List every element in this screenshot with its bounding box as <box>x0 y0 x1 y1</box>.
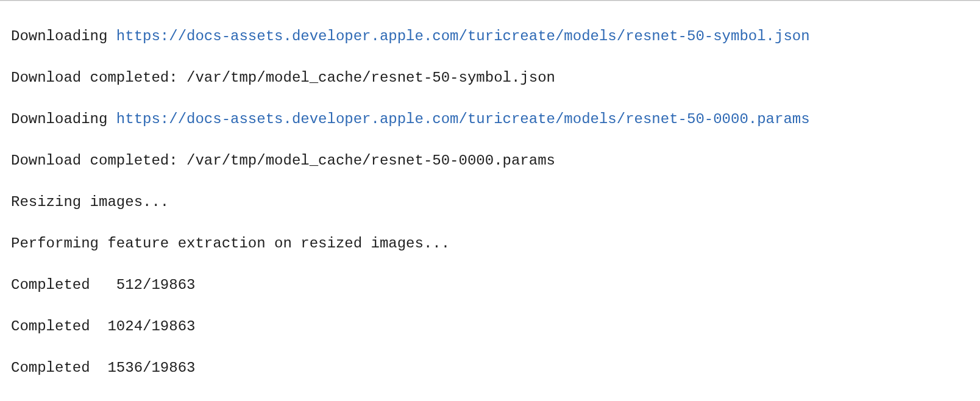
progress-sep: / <box>143 277 151 293</box>
progress-label: Completed <box>11 360 99 376</box>
log-line-complete-2: Download completed: /var/tmp/model_cache… <box>11 151 980 171</box>
progress-line: Completed 1536/19863 <box>11 358 980 378</box>
log-line-complete-1: Download completed: /var/tmp/model_cache… <box>11 68 980 88</box>
download-url-2[interactable]: https://docs-assets.developer.apple.com/… <box>116 111 810 127</box>
progress-total: 19863 <box>151 360 195 376</box>
progress-total: 19863 <box>151 277 195 293</box>
log-text: Downloading <box>11 28 116 44</box>
progress-sep: / <box>143 318 151 335</box>
progress-line: Completed 512/19863 <box>11 275 980 296</box>
log-line-resizing: Resizing images... <box>11 192 980 213</box>
progress-total: 19863 <box>151 318 195 335</box>
log-line-extraction: Performing feature extraction on resized… <box>11 233 980 254</box>
progress-label: Completed <box>11 318 99 335</box>
progress-current: 1536 <box>99 358 143 378</box>
log-line-download-1: Downloading https://docs-assets.develope… <box>11 26 980 47</box>
download-url-1[interactable]: https://docs-assets.developer.apple.com/… <box>116 28 810 44</box>
progress-sep: / <box>143 360 151 376</box>
terminal-output: Downloading https://docs-assets.develope… <box>0 1 980 401</box>
log-line-download-2: Downloading https://docs-assets.develope… <box>11 109 980 130</box>
progress-line: Completed 1024/19863 <box>11 316 980 337</box>
progress-label: Completed <box>11 277 99 293</box>
log-text: Downloading <box>11 111 116 127</box>
progress-current: 512 <box>99 275 143 296</box>
progress-current: 1024 <box>99 316 143 337</box>
